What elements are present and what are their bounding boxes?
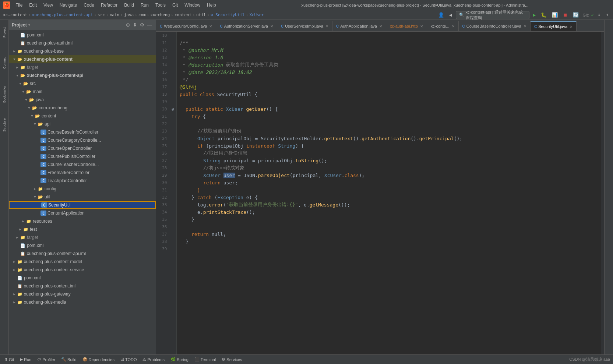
panel-locate-icon[interactable]: ⊕	[125, 21, 131, 28]
tree-item-course-base[interactable]: C CourseBaseInfoController	[9, 128, 156, 136]
tree-item-content-app[interactable]: C ContentApplication	[9, 209, 156, 217]
tree-item-content-iml[interactable]: 📋 xuecheng-plus-content.iml	[9, 282, 156, 290]
tab-securityutil[interactable]: C SecurityUtil.java ✕	[531, 21, 577, 31]
status-build[interactable]: 🔨 Build	[60, 356, 78, 363]
git-push[interactable]: ⬆	[604, 11, 610, 18]
tree-item-main[interactable]: ▼ 📂 main	[9, 88, 156, 96]
bc-xcuser[interactable]: XcUser	[249, 13, 264, 17]
bc-java[interactable]: java	[124, 13, 134, 17]
menu-view[interactable]: View	[40, 2, 56, 8]
status-spring[interactable]: 🌿 Spring	[169, 356, 190, 363]
stop-button[interactable]: ⏹	[561, 11, 569, 18]
sidebar-project-tab[interactable]: Project	[1, 21, 8, 43]
menu-run[interactable]: Run	[138, 2, 152, 8]
tree-item-gateway[interactable]: ▶ 📁 xuecheng-plus-gateway	[9, 290, 156, 298]
panel-close-icon[interactable]: —	[147, 21, 153, 28]
tab-close-icon[interactable]: ✕	[452, 24, 455, 28]
debug-button[interactable]: 🐛	[539, 11, 548, 18]
panel-settings-icon[interactable]: ⚙	[139, 21, 145, 28]
tree-item-content2[interactable]: ▼ 📂 content	[9, 112, 156, 120]
panel-dropdown-icon[interactable]: ▾	[28, 23, 30, 27]
tree-item-media[interactable]: ▶ 📁 xuecheng-plus-media	[9, 298, 156, 306]
tree-item-pom-xml-root[interactable]: 📄 pom.xml	[9, 31, 156, 39]
rerun-button[interactable]: 🔄	[571, 11, 580, 18]
tree-item-content-api[interactable]: ▼ 📂 xuecheng-plus-content-api	[9, 71, 156, 79]
tab-close-icon[interactable]: ✕	[570, 25, 573, 29]
tree-item-content[interactable]: ▼ 📂 xuecheng-plus-content	[9, 55, 156, 63]
tree-item-base[interactable]: ▶ 📁 xuecheng-plus-base	[9, 47, 156, 55]
tree-item-course-open[interactable]: C CourseOpenController	[9, 144, 156, 152]
tab-xcauth[interactable]: xc-auth-api.http ✕	[386, 21, 427, 31]
nav-search[interactable]: 🔍 xc-content-api | 通过网关来完成课程查询	[456, 11, 529, 19]
tree-item-freemarker[interactable]: C FreemarkerController	[9, 169, 156, 177]
status-dependencies[interactable]: 📦 Dependencies	[81, 356, 116, 363]
tree-item-course-category[interactable]: C CourseCategoryControlle...	[9, 136, 156, 144]
tab-close-icon[interactable]: ✕	[209, 24, 212, 28]
panel-collapse-icon[interactable]: ⇕	[132, 21, 138, 28]
bc-com[interactable]: com	[138, 13, 146, 17]
tree-item-target[interactable]: ▶ 📁 target	[9, 63, 156, 71]
bc-main[interactable]: main	[110, 13, 120, 17]
menu-git[interactable]: Git	[169, 2, 181, 8]
profile-button[interactable]: 📊	[550, 11, 559, 18]
bc-util[interactable]: util	[196, 13, 206, 17]
status-todo[interactable]: ☑ TODO	[119, 356, 138, 363]
run-button[interactable]: ▶	[532, 11, 538, 18]
status-run[interactable]: ▶ Run	[18, 356, 33, 363]
status-profiler[interactable]: ⏱ Profiler	[36, 357, 57, 363]
tab-close-icon[interactable]: ✕	[524, 24, 526, 28]
bc-security-util[interactable]: ⚙ SecurityUtil	[211, 13, 245, 17]
tab-userservice[interactable]: C UserServiceImpl.java ✕	[277, 21, 332, 31]
tree-item-pom-content[interactable]: 📄 pom.xml	[9, 241, 156, 250]
menu-build[interactable]: Build	[121, 2, 137, 8]
code-content[interactable]: /** * @author Mr.M * @version 1.0 * @des…	[177, 32, 601, 354]
tree-item-resources[interactable]: ▶ 📁 resources	[9, 217, 156, 225]
tree-item-src[interactable]: ▼ 📂 src	[9, 79, 156, 88]
bc-content[interactable]: content	[175, 13, 191, 17]
tree-item-course-teacher[interactable]: C CourseTeacherControlle...	[9, 160, 156, 169]
tab-coursebase[interactable]: C CourseBaseInfoController.java ✕	[459, 21, 531, 31]
sidebar-structure-tab[interactable]: Structure	[1, 114, 8, 136]
tree-item-pom-main[interactable]: 📄 pom.xml	[9, 274, 156, 282]
tab-close-icon[interactable]: ✕	[379, 24, 382, 28]
tab-close-icon[interactable]: ✕	[420, 24, 423, 28]
menu-refactor[interactable]: Refactor	[98, 2, 120, 8]
tab-xcconte[interactable]: xc-conte... ✕	[427, 21, 459, 31]
status-terminal[interactable]: ⬛ Terminal	[193, 356, 218, 363]
bc-action-back[interactable]: ◀	[448, 11, 454, 18]
menu-tools[interactable]: Tools	[152, 2, 169, 8]
bc-src[interactable]: src	[98, 13, 105, 17]
tab-close-icon[interactable]: ✕	[270, 24, 273, 28]
git-update[interactable]: ⬇	[596, 11, 602, 18]
bc-content-api[interactable]: xuecheng-plus-content-api	[32, 13, 93, 17]
tree-item-util[interactable]: ▼ 📂 util	[9, 193, 156, 201]
bc-xuecheng[interactable]: xuecheng	[150, 13, 170, 17]
tab-authserver[interactable]: C AuthorizationServer.java ✕	[216, 21, 277, 31]
tab-websecurity[interactable]: C WebSecurityConfig.java ✕	[156, 21, 216, 31]
tree-item-content-service[interactable]: ▶ 📁 xuecheng-plus-content-service	[9, 266, 156, 274]
tree-item-auth-iml[interactable]: 📋 xuecheng-plus-auth.iml	[9, 39, 156, 47]
tree-item-config[interactable]: ▶ 📁 config	[9, 185, 156, 193]
tree-item-com-xuecheng[interactable]: ▼ 📂 com.xuecheng	[9, 104, 156, 112]
tab-authapp[interactable]: C AuthApplication.java ✕	[332, 21, 386, 31]
menu-help[interactable]: Help	[204, 2, 219, 8]
menu-file[interactable]: File	[13, 2, 25, 8]
tree-item-teachplan[interactable]: C TeachplanController	[9, 177, 156, 185]
tree-item-content-api-iml[interactable]: 📋 xuecheng-plus-content-api.iml	[9, 250, 156, 258]
status-services[interactable]: ⚙ Services	[220, 356, 243, 363]
menu-code[interactable]: Code	[81, 2, 97, 8]
status-problems[interactable]: ⚠ Problems	[141, 356, 166, 363]
tree-item-api[interactable]: ▼ 📂 api	[9, 120, 156, 128]
sidebar-commit-tab[interactable]: Commit	[1, 52, 8, 74]
menu-edit[interactable]: Edit	[26, 2, 40, 8]
bc-action-person[interactable]: 👤	[437, 11, 445, 18]
tree-item-target2[interactable]: ▶ 📁 target	[9, 233, 156, 241]
tree-item-test[interactable]: ▶ 📁 test	[9, 225, 156, 233]
bc-xc-content[interactable]: xc-content	[3, 13, 27, 17]
menu-window[interactable]: Window	[182, 2, 203, 8]
tree-item-java[interactable]: ▼ 📂 java	[9, 96, 156, 104]
tree-item-content-model[interactable]: ▶ 📁 xuecheng-plus-content-model	[9, 258, 156, 266]
status-git[interactable]: ⬆ Git	[3, 356, 15, 363]
tab-close-icon[interactable]: ✕	[325, 24, 328, 28]
tree-item-course-publish[interactable]: C CoursePublishController	[9, 152, 156, 160]
